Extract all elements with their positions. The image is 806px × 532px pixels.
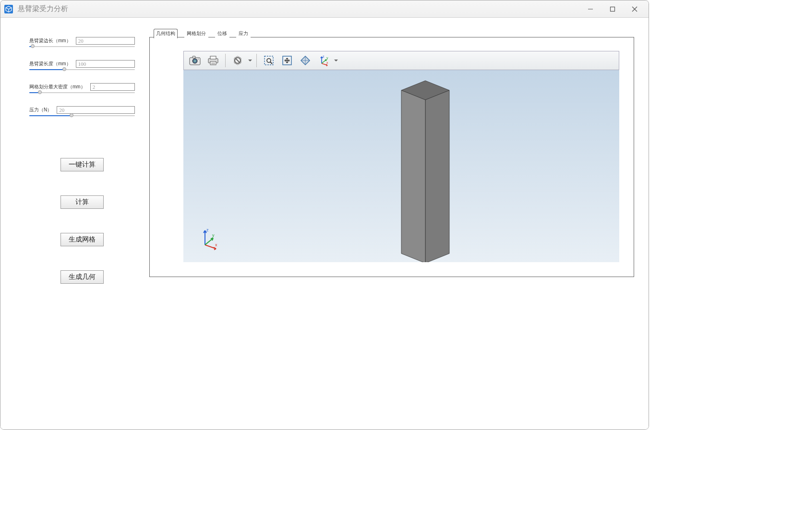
content-area: 悬臂梁边长（mm） 悬臂梁长度（mm） 网格 xyxy=(0,18,649,429)
axis-z-label: z xyxy=(206,228,209,232)
beam-geometry xyxy=(392,76,464,262)
svg-point-9 xyxy=(198,59,199,60)
zoom-extents-button[interactable] xyxy=(279,53,295,68)
param-pressure-label: 压力（N） xyxy=(29,107,52,113)
param-mesh-density-label: 网格划分最大密度（mm） xyxy=(29,84,85,90)
toolbar-separator xyxy=(256,54,257,67)
svg-text:y: y xyxy=(326,56,328,60)
snapshot-button[interactable] xyxy=(187,53,203,68)
titlebar: 悬臂梁受力分析 xyxy=(0,0,649,18)
zoom-box-button[interactable] xyxy=(261,53,277,68)
app-window: 悬臂梁受力分析 悬臂梁边长（mm） xyxy=(0,0,649,430)
camera-icon xyxy=(189,56,201,65)
svg-text:x: x xyxy=(326,61,328,64)
param-pressure-input[interactable] xyxy=(57,106,135,114)
param-mesh-density-input[interactable] xyxy=(90,83,135,91)
param-edge-slider[interactable] xyxy=(29,46,135,48)
coord-sys-gizmo: z x y xyxy=(198,227,222,253)
param-length-input[interactable] xyxy=(76,60,135,68)
tab-geometry[interactable]: 几何结构 xyxy=(154,29,178,38)
maximize-button[interactable] xyxy=(601,2,624,16)
filter-dropdown[interactable] xyxy=(248,60,253,61)
printer-icon xyxy=(208,56,218,65)
viewport-wrap: z x y xyxy=(183,51,619,262)
param-edge: 悬臂梁边长（mm） xyxy=(29,37,135,48)
param-pressure: 压力（N） xyxy=(29,106,135,117)
viewport-3d[interactable]: z x y xyxy=(183,70,619,262)
window-title: 悬臂梁受力分析 xyxy=(18,4,579,13)
param-edge-input[interactable] xyxy=(76,37,135,45)
svg-point-18 xyxy=(267,59,271,62)
extents-icon xyxy=(282,55,292,66)
transparency-button[interactable] xyxy=(297,53,313,68)
filter-button[interactable] xyxy=(229,53,246,68)
tabs: 几何结构 网格划分 位移 应力 xyxy=(154,29,251,38)
tab-mesh[interactable]: 网格划分 xyxy=(184,29,208,38)
print-button[interactable] xyxy=(205,53,221,68)
axes-dropdown[interactable] xyxy=(334,60,338,61)
viewer-panel: 几何结构 网格划分 位移 应力 xyxy=(149,37,634,277)
tab-displacement[interactable]: 位移 xyxy=(215,29,229,38)
app-icon xyxy=(3,4,14,14)
param-length-label: 悬臂梁长度（mm） xyxy=(29,60,71,67)
param-mesh-density: 网格划分最大密度（mm） xyxy=(29,83,135,94)
svg-text:z: z xyxy=(323,55,325,58)
svg-marker-28 xyxy=(425,90,449,262)
param-length-slider[interactable] xyxy=(29,69,135,71)
diamond-icon xyxy=(300,55,311,66)
sidebar: 悬臂梁边长（mm） 悬臂梁长度（mm） 网格 xyxy=(0,18,149,429)
param-edge-label: 悬臂梁边长（mm） xyxy=(29,37,71,44)
viewport-toolbar: z x y xyxy=(183,51,619,70)
axis-x-label: x xyxy=(215,242,217,247)
svg-rect-11 xyxy=(210,56,216,59)
param-mesh-density-slider[interactable] xyxy=(29,92,135,94)
svg-line-32 xyxy=(205,238,213,245)
axes-icon: z x y xyxy=(318,55,329,66)
axis-y-label: y xyxy=(212,233,215,238)
zoom-box-icon xyxy=(264,55,274,66)
coord-axes-button[interactable]: z x y xyxy=(315,53,332,68)
generate-mesh-button[interactable]: 生成网格 xyxy=(60,233,104,246)
svg-rect-6 xyxy=(192,56,195,58)
minimize-button[interactable] xyxy=(579,2,601,16)
svg-marker-29 xyxy=(401,90,425,262)
one-click-compute-button[interactable]: 一键计算 xyxy=(60,158,104,171)
param-length: 悬臂梁长度（mm） xyxy=(29,60,135,71)
param-pressure-slider[interactable] xyxy=(29,115,135,117)
svg-line-19 xyxy=(270,62,272,64)
svg-point-8 xyxy=(194,60,196,62)
svg-rect-2 xyxy=(611,7,615,11)
close-button[interactable] xyxy=(624,2,646,16)
toolbar-separator xyxy=(225,54,226,67)
compute-button[interactable]: 计算 xyxy=(60,195,104,209)
no-entry-icon xyxy=(232,55,243,66)
generate-geometry-button[interactable]: 生成几何 xyxy=(60,270,104,284)
viewer-area: 几何结构 网格划分 位移 应力 xyxy=(149,18,649,429)
tab-stress[interactable]: 应力 xyxy=(236,29,251,38)
sidebar-buttons: 一键计算 计算 生成网格 生成几何 xyxy=(29,158,135,284)
